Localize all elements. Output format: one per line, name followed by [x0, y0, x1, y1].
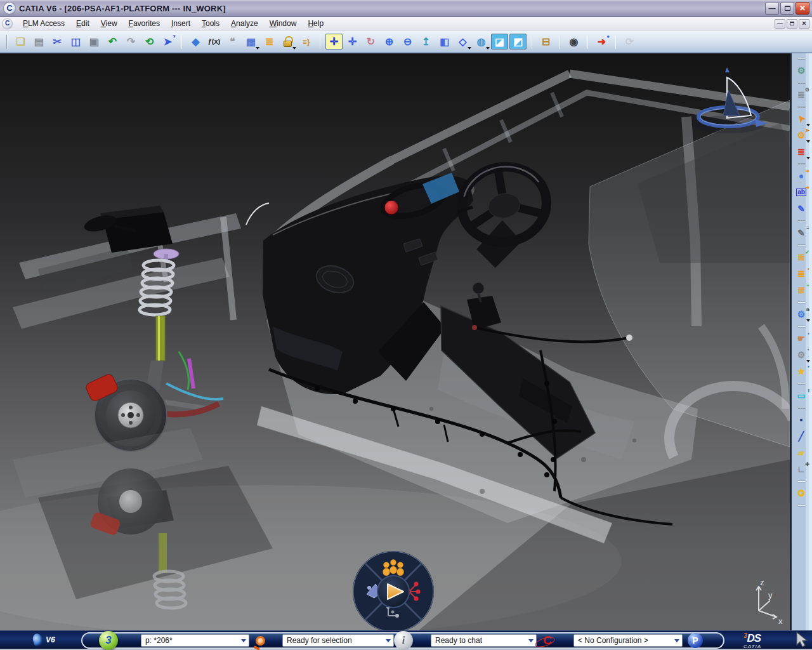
toolbar-grip[interactable]	[797, 58, 806, 60]
check-in-tree[interactable]: ≣✓	[792, 249, 810, 265]
lock-dropdown[interactable]	[292, 47, 296, 50]
menu-favorites[interactable]: Favorites	[123, 18, 166, 29]
selection-status-combobox[interactable]: Ready for selection	[282, 634, 394, 647]
configuration-value[interactable]: < No Configuration >	[574, 636, 672, 645]
menu-tools[interactable]: Tools	[196, 18, 225, 29]
search-combobox[interactable]: p: *206*	[141, 634, 249, 647]
product-structure[interactable]: ≣	[792, 144, 810, 159]
new-favorite[interactable]: ★▪	[792, 364, 810, 379]
product-structure-dropdown[interactable]	[806, 157, 810, 159]
config-sphere-icon[interactable]: P	[688, 633, 703, 648]
catalog-browser[interactable]: ⊟	[537, 34, 554, 50]
iso-view-dropdown[interactable]	[468, 47, 471, 50]
chat-planet-icon[interactable]: C	[537, 632, 558, 649]
table-view[interactable]: ▦	[242, 34, 259, 50]
render-style-dropdown[interactable]	[486, 47, 490, 50]
render-style[interactable]: ◍	[473, 34, 490, 50]
quad-view[interactable]: ◧	[436, 34, 453, 50]
toolbar-grip[interactable]	[797, 302, 806, 303]
toolbar-grip[interactable]	[797, 481, 806, 482]
menu-window[interactable]: Window	[264, 18, 303, 29]
selection-sets[interactable]: ⚙➤	[792, 128, 810, 143]
whats-this[interactable]: ➤?	[159, 34, 176, 50]
minimize-button[interactable]: —	[765, 2, 779, 15]
menu-help[interactable]: Help	[302, 18, 329, 29]
mdi-restore-button[interactable]	[787, 19, 797, 29]
undo-history[interactable]: ⟲	[141, 34, 158, 50]
redo[interactable]: ↷	[122, 34, 140, 50]
configuration-dropdown-chevron[interactable]	[672, 635, 682, 646]
menu-plm-access[interactable]: PLM Access	[17, 18, 70, 29]
line[interactable]: ╱	[792, 428, 810, 444]
structure-tree[interactable]: ≣	[261, 34, 278, 50]
mdi-close-button[interactable]: ✕	[799, 19, 809, 29]
menu-analyze[interactable]: Analyze	[225, 18, 264, 29]
search-gear-dropdown[interactable]	[806, 360, 810, 362]
select-dropdown[interactable]	[806, 124, 810, 126]
3ds-logo-icon[interactable]: 3	[99, 631, 118, 650]
list-tree[interactable]: ≣≡	[792, 282, 810, 298]
group-nodes[interactable]: ≡}	[298, 34, 315, 50]
restore-button[interactable]	[780, 2, 794, 15]
undo[interactable]: ↶	[104, 34, 121, 50]
normal-view[interactable]: ↥	[417, 34, 435, 50]
new-3d-part[interactable]: ✪	[792, 486, 810, 501]
select[interactable]: ➤	[792, 111, 810, 126]
paste[interactable]: ▣	[86, 34, 103, 50]
people-icon[interactable]	[383, 560, 404, 576]
toolbar-grip[interactable]	[797, 326, 806, 328]
info-icon[interactable]: i	[394, 631, 413, 650]
new-document[interactable]: ❏	[12, 34, 29, 50]
copy[interactable]: ◫	[67, 34, 84, 50]
cut[interactable]: ✂	[49, 34, 66, 50]
lock[interactable]	[279, 34, 296, 50]
table-view-dropdown[interactable]	[256, 47, 259, 50]
toolbar-grip[interactable]	[797, 106, 806, 108]
zoom-out[interactable]: ⊖	[399, 34, 416, 50]
toolbar-grip[interactable]	[6, 35, 8, 49]
selection-dropdown-chevron[interactable]	[383, 635, 393, 646]
point[interactable]: ▪	[792, 412, 810, 427]
toolbar-grip[interactable]	[797, 82, 806, 84]
toolbar-grip[interactable]	[797, 163, 806, 165]
menu-insert[interactable]: Insert	[166, 18, 196, 29]
zoom-in[interactable]: ⊕	[381, 34, 398, 50]
search-gear[interactable]: ⚙◔	[792, 347, 810, 362]
play-compass-wheel[interactable]	[353, 552, 433, 630]
instantiate-n[interactable]: ⚙n	[792, 307, 810, 322]
iso-view[interactable]: ◇	[454, 34, 471, 50]
annotate[interactable]: ✎≡	[792, 225, 810, 241]
explore[interactable]: ●➜	[792, 168, 810, 183]
sketch[interactable]: ▭I	[792, 388, 810, 403]
pan[interactable]: ✛	[344, 34, 361, 50]
print[interactable]: ▤	[30, 34, 48, 50]
toolbar-grip[interactable]	[797, 244, 806, 246]
knowledge-gears[interactable]: ⚙	[792, 63, 810, 78]
toolbar-grip[interactable]	[797, 220, 806, 222]
search-dropdown-chevron[interactable]	[239, 635, 249, 646]
formula[interactable]: ƒ(x)	[206, 34, 223, 50]
mdi-minimize-button[interactable]: —	[775, 19, 785, 29]
search-icon[interactable]	[252, 632, 268, 649]
instantiate-n-dropdown[interactable]	[806, 319, 810, 322]
toolbar-grip[interactable]	[797, 383, 806, 385]
configuration-combobox[interactable]: < No Configuration >	[573, 634, 683, 647]
menu-view[interactable]: View	[95, 18, 123, 29]
learning-assistant[interactable]: ◆	[187, 34, 204, 50]
capture-image[interactable]: ◉	[565, 34, 582, 50]
update-structure[interactable]: ≣⚙	[792, 87, 810, 102]
chat-status-value[interactable]: Ready to chat	[431, 636, 526, 645]
selection-status-value[interactable]: Ready for selection	[283, 636, 383, 645]
toolbar-grip[interactable]	[797, 505, 806, 507]
close-button[interactable]: ✕	[796, 2, 809, 15]
3d-viewport[interactable]: z y x	[0, 53, 790, 630]
search-value[interactable]: p: *206*	[141, 636, 239, 645]
import-3d-xml[interactable]: ➜●	[593, 34, 610, 50]
swap-visible-space[interactable]: ◩	[509, 34, 527, 50]
edit-properties[interactable]: ✎	[792, 201, 810, 216]
fit-all-in[interactable]: ✛	[325, 34, 343, 50]
catalog-hand[interactable]: ☛▪	[792, 331, 810, 346]
toolbar-grip[interactable]	[797, 407, 806, 409]
version-tree[interactable]: ≣▪	[792, 266, 810, 281]
axis-system[interactable]: ∟✛	[792, 461, 810, 477]
